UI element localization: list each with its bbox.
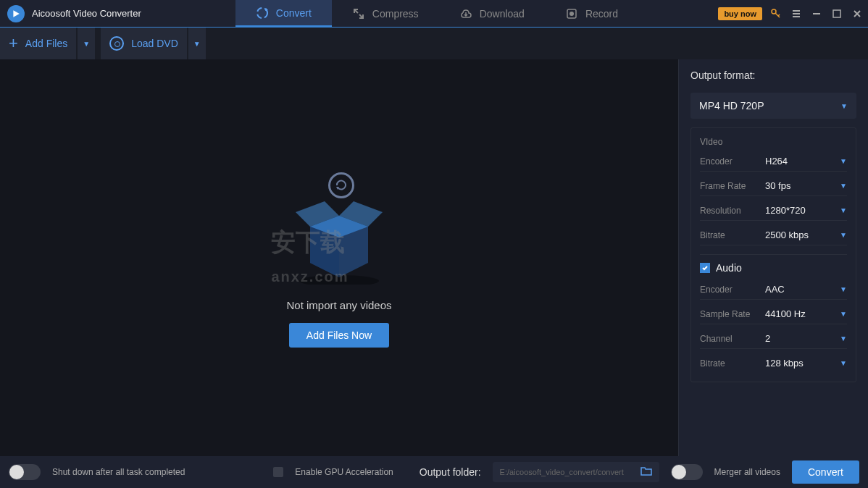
close-button[interactable] — [851, 7, 864, 20]
load-dvd-label: Load DVD — [131, 38, 178, 49]
convert-button[interactable]: Convert — [792, 460, 859, 484]
video-encoder-select[interactable]: H264▼ — [765, 156, 847, 167]
shutdown-toggle[interactable] — [9, 464, 41, 480]
chevron-down-icon: ▼ — [840, 310, 847, 318]
footer: Shut down after all task completed Enabl… — [0, 456, 868, 488]
titlebar-controls: buy now — [718, 7, 868, 20]
chevron-down-icon: ▼ — [840, 157, 847, 165]
refresh-icon — [328, 172, 354, 198]
tab-label: Record — [585, 8, 618, 20]
chevron-down-icon: ▼ — [83, 40, 90, 48]
load-dvd-dropdown[interactable]: ▼ — [188, 28, 206, 59]
audio-encoder-select[interactable]: AAC▼ — [765, 284, 847, 295]
gpu-label: Enable GPU Acceleration — [295, 467, 393, 477]
main-tabs: Convert Compress Download Record — [235, 0, 638, 27]
audio-bitrate-row: Bitrate 128 kbps▼ — [700, 358, 847, 373]
setting-label: Resolution — [700, 206, 765, 216]
audio-enable-checkbox[interactable] — [700, 263, 710, 273]
folder-icon[interactable] — [640, 466, 652, 478]
gpu-checkbox[interactable] — [273, 467, 283, 477]
merger-label: Merger all videos — [714, 467, 780, 477]
video-bitrate-row: Bitrate 2500 kbps▼ — [700, 230, 847, 245]
chevron-down-icon: ▼ — [840, 335, 847, 342]
load-dvd-button[interactable]: Load DVD — [101, 28, 187, 59]
tab-label: Compress — [372, 8, 419, 20]
output-folder-input[interactable]: E:/aicoosoft_video_convert/convert — [493, 462, 659, 482]
minimize-button[interactable] — [810, 7, 823, 20]
add-files-button[interactable]: + Add Files — [0, 28, 76, 59]
buy-now-button[interactable]: buy now — [718, 7, 762, 20]
format-value: MP4 HD 720P — [699, 100, 764, 112]
svg-rect-6 — [833, 10, 840, 17]
add-files-label: Add Files — [25, 38, 67, 49]
svg-point-12 — [299, 275, 379, 285]
setting-label: Frame Rate — [700, 181, 765, 191]
output-folder-value: E:/aicoosoft_video_convert/convert — [500, 468, 624, 476]
toolbar: + Add Files ▼ Load DVD ▼ — [0, 28, 868, 59]
download-icon — [459, 7, 472, 20]
channel-row: Channel 2▼ — [700, 333, 847, 349]
resolution-select[interactable]: 1280*720▼ — [765, 205, 847, 216]
tab-record[interactable]: Record — [545, 0, 638, 27]
add-files-dropdown[interactable]: ▼ — [78, 28, 95, 59]
chevron-down-icon: ▼ — [840, 102, 848, 110]
plus-icon: + — [9, 34, 18, 53]
setting-label: Encoder — [700, 156, 765, 167]
tab-download[interactable]: Download — [439, 0, 545, 27]
framerate-row: Frame Rate 30 fps▼ — [700, 180, 847, 196]
video-bitrate-select[interactable]: 2500 kbps▼ — [765, 230, 847, 240]
output-sidebar: Output format: MP4 HD 720P ▼ VIdeo Encod… — [679, 59, 868, 456]
chevron-down-icon: ▼ — [840, 231, 847, 239]
menu-icon[interactable] — [790, 7, 803, 20]
tab-convert[interactable]: Convert — [235, 0, 332, 27]
add-files-now-button[interactable]: Add Files Now — [289, 323, 389, 348]
chevron-down-icon: ▼ — [840, 359, 847, 367]
dvd-icon — [109, 36, 124, 51]
chevron-down-icon: ▼ — [193, 40, 201, 48]
compress-icon — [352, 7, 365, 20]
chevron-down-icon: ▼ — [840, 285, 847, 293]
samplerate-select[interactable]: 44100 Hz▼ — [765, 308, 847, 319]
chevron-down-icon: ▼ — [840, 182, 847, 190]
content-area: 安下载anxz.com Not import any videos Add Fi… — [0, 59, 679, 456]
framerate-select[interactable]: 30 fps▼ — [765, 180, 847, 191]
empty-state-text: Not import any videos — [286, 299, 391, 311]
audio-bitrate-select[interactable]: 128 kbps▼ — [765, 358, 847, 369]
svg-point-4 — [569, 12, 574, 16]
output-folder-label: Output folder: — [420, 466, 481, 478]
audio-encoder-row: Encoder AAC▼ — [700, 284, 847, 300]
maximize-button[interactable] — [830, 7, 843, 20]
format-select[interactable]: MP4 HD 720P ▼ — [690, 93, 856, 119]
tab-label: Convert — [276, 7, 312, 19]
empty-state-graphic — [267, 169, 412, 285]
main-area: 安下载anxz.com Not import any videos Add Fi… — [0, 59, 868, 456]
audio-section-label: Audio — [716, 262, 742, 274]
tab-label: Download — [480, 8, 525, 20]
resolution-row: Resolution 1280*720▼ — [700, 205, 847, 221]
samplerate-row: Sample Rate 44100 Hz▼ — [700, 308, 847, 324]
video-encoder-row: Encoder H264▼ — [700, 156, 847, 172]
audio-section-header: Audio — [700, 254, 847, 274]
tab-compress[interactable]: Compress — [332, 0, 439, 27]
record-icon — [565, 7, 578, 20]
svg-marker-0 — [13, 10, 19, 17]
channel-select[interactable]: 2▼ — [765, 333, 847, 344]
setting-label: Sample Rate — [700, 309, 765, 319]
titlebar: Aicoosoft Video Converter Convert Compre… — [0, 0, 868, 28]
convert-icon — [256, 7, 269, 20]
key-icon[interactable] — [769, 7, 783, 20]
app-title: Aicoosoft Video Converter — [32, 8, 141, 19]
chevron-down-icon: ▼ — [840, 206, 847, 214]
output-format-label: Output format: — [690, 70, 856, 81]
video-section-label: VIdeo — [700, 137, 847, 147]
setting-label: Encoder — [700, 285, 765, 295]
setting-label: Bitrate — [700, 358, 765, 369]
merger-toggle[interactable] — [671, 464, 703, 480]
shutdown-label: Shut down after all task completed — [52, 467, 185, 477]
setting-label: Channel — [700, 334, 765, 344]
settings-panel: VIdeo Encoder H264▼ Frame Rate 30 fps▼ R… — [690, 127, 856, 382]
app-logo — [7, 5, 25, 22]
setting-label: Bitrate — [700, 230, 765, 240]
